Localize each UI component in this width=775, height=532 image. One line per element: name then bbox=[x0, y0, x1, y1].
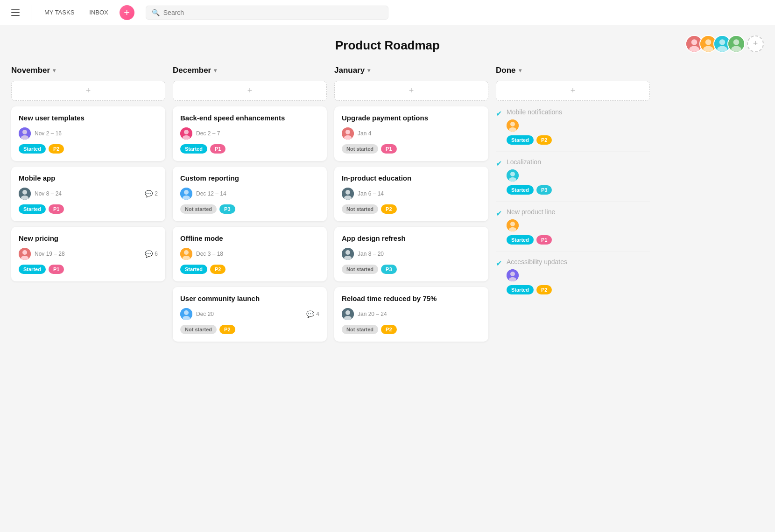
card-title: Reload time reduced by 75% bbox=[342, 294, 481, 302]
card-meta: Nov 8 – 24 💬2 bbox=[19, 188, 158, 200]
card-tags: Not started P2 bbox=[342, 204, 481, 214]
page-header: Product Roadmap + bbox=[0, 25, 775, 62]
card-avatar bbox=[342, 127, 354, 140]
task-card: App design refresh Jan 8 – 20 Not starte… bbox=[334, 227, 488, 281]
column-header-january[interactable]: January ▾ bbox=[334, 66, 488, 75]
add-card-button[interactable]: + bbox=[334, 81, 488, 101]
status-tag: Started bbox=[507, 235, 534, 245]
status-tag: Started bbox=[507, 285, 534, 294]
card-title: Mobile app bbox=[19, 174, 158, 182]
avatar-4 bbox=[727, 35, 745, 53]
svg-point-25 bbox=[184, 190, 189, 195]
done-card: ✔ Accessibility updates Started P2 bbox=[496, 252, 650, 301]
inbox-link[interactable]: INBOX bbox=[85, 7, 112, 18]
card-meta: Dec 2 – 7 bbox=[180, 127, 319, 140]
task-card: New user templates Nov 2 – 16 Started P2 bbox=[11, 106, 165, 161]
svg-point-52 bbox=[510, 222, 515, 226]
card-title: New user templates bbox=[19, 114, 158, 122]
svg-point-22 bbox=[184, 130, 189, 134]
column-header-december[interactable]: December ▾ bbox=[173, 66, 327, 75]
status-tag: Not started bbox=[180, 325, 217, 334]
status-tag: Started bbox=[19, 204, 46, 214]
card-meta: Nov 19 – 28 💬6 bbox=[19, 248, 158, 260]
status-tag: Not started bbox=[180, 204, 217, 214]
card-avatar bbox=[180, 308, 192, 320]
card-avatar bbox=[19, 127, 31, 140]
card-tags: Started P1 bbox=[19, 204, 158, 214]
check-icon: ✔ bbox=[496, 209, 502, 218]
card-meta: Jan 20 – 24 bbox=[342, 308, 481, 320]
add-member-button[interactable]: + bbox=[747, 35, 764, 52]
done-card-tags: Started P2 bbox=[507, 285, 650, 294]
svg-point-13 bbox=[22, 130, 27, 134]
menu-icon[interactable] bbox=[9, 7, 21, 18]
card-title: User community launch bbox=[180, 294, 319, 302]
task-card: Offline mode Dec 3 – 18 Started P2 bbox=[173, 227, 327, 281]
chevron-down-icon: ▾ bbox=[367, 67, 370, 74]
card-date: Dec 12 – 14 bbox=[196, 190, 319, 197]
done-card-meta bbox=[507, 119, 650, 132]
card-title: App design refresh bbox=[342, 234, 481, 242]
comment-icon: 💬 bbox=[145, 190, 153, 197]
task-card: Mobile app Nov 8 – 24 💬2 Started P1 bbox=[11, 167, 165, 221]
card-comments: 💬6 bbox=[145, 250, 158, 258]
svg-point-37 bbox=[345, 190, 350, 195]
svg-point-31 bbox=[184, 310, 189, 315]
card-avatar bbox=[180, 248, 192, 260]
card-title: In-product education bbox=[342, 174, 481, 182]
card-avatar bbox=[180, 127, 192, 140]
add-card-button[interactable]: + bbox=[11, 81, 165, 101]
card-tags: Started P2 bbox=[19, 144, 158, 154]
search-icon: 🔍 bbox=[152, 9, 160, 16]
chevron-down-icon: ▾ bbox=[519, 67, 521, 74]
add-card-button[interactable]: + bbox=[173, 81, 327, 101]
priority-tag: P1 bbox=[49, 204, 64, 214]
status-tag: Started bbox=[19, 265, 46, 274]
add-button[interactable]: + bbox=[120, 5, 134, 20]
card-tags: Started P2 bbox=[180, 265, 319, 274]
task-card: New pricing Nov 19 – 28 💬6 Started P1 bbox=[11, 227, 165, 281]
chevron-down-icon: ▾ bbox=[214, 67, 217, 74]
done-card: ✔ Mobile notifications Started P2 bbox=[496, 106, 650, 152]
status-tag: Started bbox=[180, 144, 207, 154]
priority-tag: P3 bbox=[381, 265, 396, 274]
search-input[interactable] bbox=[163, 9, 382, 16]
search-bar: 🔍 bbox=[146, 6, 388, 20]
my-tasks-link[interactable]: MY TASKS bbox=[41, 7, 78, 18]
priority-tag: P2 bbox=[381, 325, 396, 334]
card-avatar bbox=[19, 188, 31, 200]
column-november: November ▾ + New user templates Nov 2 – … bbox=[11, 66, 165, 347]
priority-tag: P3 bbox=[536, 185, 552, 195]
done-cards-list: ✔ Mobile notifications Started P2 ✔ Loca… bbox=[496, 106, 650, 301]
svg-point-28 bbox=[184, 250, 189, 255]
svg-point-55 bbox=[510, 272, 515, 276]
svg-point-19 bbox=[22, 250, 27, 255]
add-card-button[interactable]: + bbox=[496, 81, 650, 101]
status-tag: Not started bbox=[342, 144, 378, 154]
card-avatar bbox=[342, 308, 354, 320]
comment-count: 6 bbox=[155, 251, 158, 257]
done-card-meta bbox=[507, 169, 650, 182]
check-icon: ✔ bbox=[496, 159, 502, 168]
status-tag: Not started bbox=[342, 325, 378, 334]
svg-point-34 bbox=[345, 130, 350, 134]
page-title: Product Roadmap bbox=[335, 38, 440, 53]
done-card-meta bbox=[507, 269, 650, 281]
column-header-done[interactable]: Done ▾ bbox=[496, 66, 650, 75]
done-card-tags: Started P1 bbox=[507, 235, 650, 245]
column-december: December ▾ + Back-end speed enhancements… bbox=[173, 66, 327, 347]
svg-point-40 bbox=[345, 250, 350, 255]
column-label: Done bbox=[496, 66, 516, 75]
chevron-down-icon: ▾ bbox=[53, 67, 56, 74]
task-card: In-product education Jan 6 – 14 Not star… bbox=[334, 167, 488, 221]
svg-point-7 bbox=[719, 39, 726, 45]
card-meta: Nov 2 – 16 bbox=[19, 127, 158, 140]
priority-tag: P3 bbox=[219, 204, 235, 214]
priority-tag: P2 bbox=[536, 135, 552, 145]
card-comments: 💬2 bbox=[145, 190, 158, 197]
svg-point-8 bbox=[717, 46, 727, 52]
column-header-november[interactable]: November ▾ bbox=[11, 66, 165, 75]
svg-point-11 bbox=[731, 46, 741, 52]
done-card-title: Localization bbox=[507, 158, 650, 166]
comment-icon: 💬 bbox=[306, 310, 314, 318]
